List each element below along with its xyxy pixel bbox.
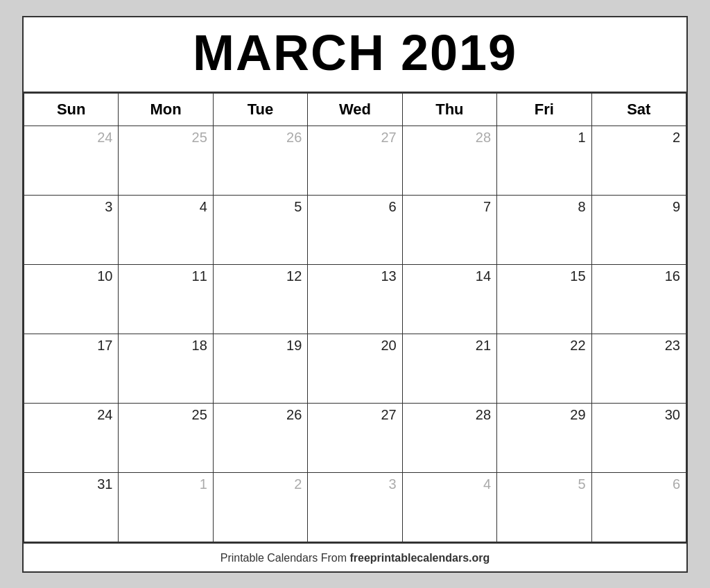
- calendar-day-cell[interactable]: 3: [308, 472, 402, 542]
- calendar-day-cell[interactable]: 22: [497, 334, 591, 403]
- calendar: MARCH 2019 SunMonTueWedThuFriSat 2425262…: [22, 16, 688, 573]
- calendar-day-cell[interactable]: 5: [497, 472, 591, 542]
- calendar-day-cell[interactable]: 7: [402, 195, 496, 264]
- calendar-day-cell[interactable]: 4: [402, 472, 496, 542]
- calendar-day-cell[interactable]: 25: [119, 126, 213, 195]
- calendar-day-cell[interactable]: 28: [402, 126, 496, 195]
- calendar-title: MARCH 2019: [24, 17, 686, 93]
- days-header-row: SunMonTueWedThuFriSat: [24, 93, 686, 126]
- calendar-day-cell[interactable]: 14: [402, 264, 496, 334]
- day-of-week-header: Tue: [213, 93, 307, 126]
- day-of-week-header: Mon: [119, 93, 213, 126]
- calendar-day-cell[interactable]: 28: [402, 403, 496, 472]
- calendar-day-cell[interactable]: 24: [24, 126, 119, 195]
- day-of-week-header: Wed: [308, 93, 402, 126]
- calendar-day-cell[interactable]: 20: [308, 334, 402, 403]
- calendar-day-cell[interactable]: 2: [591, 126, 686, 195]
- calendar-day-cell[interactable]: 18: [119, 334, 213, 403]
- calendar-day-cell[interactable]: 23: [591, 334, 686, 403]
- calendar-day-cell[interactable]: 27: [308, 126, 402, 195]
- calendar-day-cell[interactable]: 29: [497, 403, 591, 472]
- calendar-day-cell[interactable]: 4: [119, 195, 213, 264]
- calendar-day-cell[interactable]: 17: [24, 334, 119, 403]
- calendar-day-cell[interactable]: 6: [308, 195, 402, 264]
- calendar-week-row: 10111213141516: [24, 264, 686, 334]
- calendar-day-cell[interactable]: 21: [402, 334, 496, 403]
- calendar-day-cell[interactable]: 8: [497, 195, 591, 264]
- calendar-day-cell[interactable]: 15: [497, 264, 591, 334]
- calendar-day-cell[interactable]: 12: [213, 264, 307, 334]
- calendar-day-cell[interactable]: 10: [24, 264, 119, 334]
- calendar-footer: Printable Calendars From freeprintableca…: [24, 542, 686, 571]
- calendar-day-cell[interactable]: 26: [213, 403, 307, 472]
- calendar-day-cell[interactable]: 24: [24, 403, 119, 472]
- calendar-week-row: 31123456: [24, 472, 686, 542]
- calendar-day-cell[interactable]: 16: [591, 264, 686, 334]
- calendar-day-cell[interactable]: 6: [591, 472, 686, 542]
- calendar-day-cell[interactable]: 1: [497, 126, 591, 195]
- calendar-day-cell[interactable]: 13: [308, 264, 402, 334]
- calendar-week-row: 17181920212223: [24, 334, 686, 403]
- calendar-week-row: 242526272812: [24, 126, 686, 195]
- calendar-day-cell[interactable]: 30: [591, 403, 686, 472]
- calendar-day-cell[interactable]: 26: [213, 126, 307, 195]
- calendar-week-row: 3456789: [24, 195, 686, 264]
- calendar-week-row: 24252627282930: [24, 403, 686, 472]
- calendar-table: SunMonTueWedThuFriSat 242526272812345678…: [24, 93, 686, 542]
- calendar-day-cell[interactable]: 25: [119, 403, 213, 472]
- day-of-week-header: Sun: [24, 93, 119, 126]
- day-of-week-header: Thu: [402, 93, 496, 126]
- footer-prefix: Printable Calendars From: [220, 552, 350, 564]
- calendar-day-cell[interactable]: 2: [213, 472, 307, 542]
- calendar-day-cell[interactable]: 5: [213, 195, 307, 264]
- calendar-day-cell[interactable]: 31: [24, 472, 119, 542]
- day-of-week-header: Fri: [497, 93, 591, 126]
- calendar-body: 2425262728123456789101112131415161718192…: [24, 126, 686, 542]
- calendar-day-cell[interactable]: 1: [119, 472, 213, 542]
- day-of-week-header: Sat: [591, 93, 686, 126]
- calendar-day-cell[interactable]: 19: [213, 334, 307, 403]
- footer-domain: freeprintablecalendars.org: [349, 552, 490, 564]
- calendar-day-cell[interactable]: 11: [119, 264, 213, 334]
- calendar-day-cell[interactable]: 3: [24, 195, 119, 264]
- calendar-day-cell[interactable]: 27: [308, 403, 402, 472]
- calendar-day-cell[interactable]: 9: [591, 195, 686, 264]
